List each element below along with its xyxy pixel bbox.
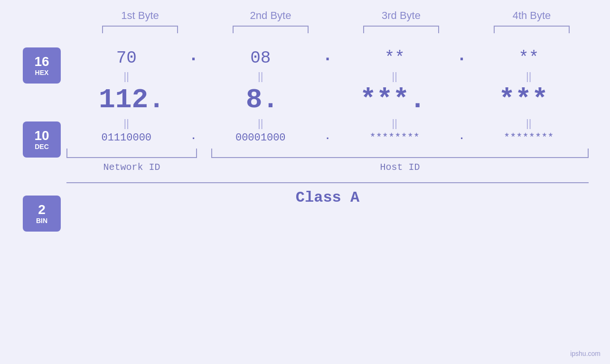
bin-dot-1: . bbox=[187, 131, 201, 144]
bin-byte-4: ******** bbox=[469, 132, 589, 144]
hex-row: 70 . 08 . ** . ** bbox=[66, 47, 589, 68]
hex-dot-1: . bbox=[187, 47, 201, 68]
byte-header-4: 4th Byte bbox=[467, 9, 597, 22]
bin-byte-2: 00001000 bbox=[201, 132, 321, 144]
equals-row-2: || || || || bbox=[66, 115, 589, 131]
byte-header-3: 3rd Byte bbox=[336, 9, 467, 22]
main-container: 1st Byte 2nd Byte 3rd Byte 4th Byte 16 H… bbox=[0, 0, 610, 364]
bin-byte-3: ******** bbox=[335, 132, 455, 144]
class-label: Class A bbox=[66, 189, 589, 206]
bin-badge: 2 BIN bbox=[23, 196, 61, 232]
dec-byte-2: 8. bbox=[197, 84, 328, 115]
bin-dot-2: . bbox=[320, 131, 335, 144]
bin-row: 01110000 . 00001000 . ******** . *******… bbox=[66, 131, 589, 144]
bin-dot-3: . bbox=[455, 131, 469, 144]
network-bracket bbox=[66, 149, 197, 158]
eq1-3: || bbox=[335, 70, 455, 83]
eq1-2: || bbox=[201, 70, 321, 83]
dec-row: 112. 8. ***. *** bbox=[66, 84, 589, 115]
header-brackets bbox=[75, 26, 597, 33]
byte-headers-row: 1st Byte 2nd Byte 3rd Byte 4th Byte bbox=[75, 9, 597, 22]
dec-badge: 10 DEC bbox=[23, 121, 61, 158]
byte-header-1: 1st Byte bbox=[75, 9, 206, 22]
hex-byte-1: 70 bbox=[66, 48, 187, 68]
hex-byte-3: ** bbox=[335, 48, 455, 68]
network-id-label: Network ID bbox=[66, 162, 197, 173]
eq2-3: || bbox=[335, 117, 455, 130]
hex-byte-4: ** bbox=[469, 48, 589, 68]
hex-dot-3: . bbox=[455, 47, 469, 68]
hex-dot-2: . bbox=[320, 47, 335, 68]
id-brackets bbox=[66, 149, 589, 158]
dec-byte-1: 112. bbox=[66, 84, 197, 115]
base-labels: 16 HEX 10 DEC 2 BIN bbox=[0, 47, 66, 232]
byte-header-2: 2nd Byte bbox=[206, 9, 336, 22]
bin-byte-1: 01110000 bbox=[66, 132, 187, 144]
host-bracket bbox=[211, 149, 589, 158]
eq2-1: || bbox=[66, 117, 187, 130]
eq2-2: || bbox=[201, 117, 321, 130]
dec-byte-4: *** bbox=[458, 84, 589, 115]
eq1-4: || bbox=[469, 70, 589, 83]
hex-byte-2: 08 bbox=[201, 48, 321, 68]
equals-row-1: || || || || bbox=[66, 68, 589, 84]
watermark: ipshu.com bbox=[570, 350, 601, 357]
values-grid: 70 . 08 . ** . ** || || || || 112. bbox=[66, 47, 610, 232]
id-labels: Network ID Host ID bbox=[66, 162, 589, 173]
class-bracket bbox=[66, 182, 589, 183]
hex-badge: 16 HEX bbox=[23, 47, 61, 84]
host-id-label: Host ID bbox=[211, 162, 589, 173]
eq2-4: || bbox=[469, 117, 589, 130]
bracket-gap-1 bbox=[197, 149, 211, 158]
dec-byte-3: ***. bbox=[328, 84, 458, 115]
eq1-1: || bbox=[66, 70, 187, 83]
